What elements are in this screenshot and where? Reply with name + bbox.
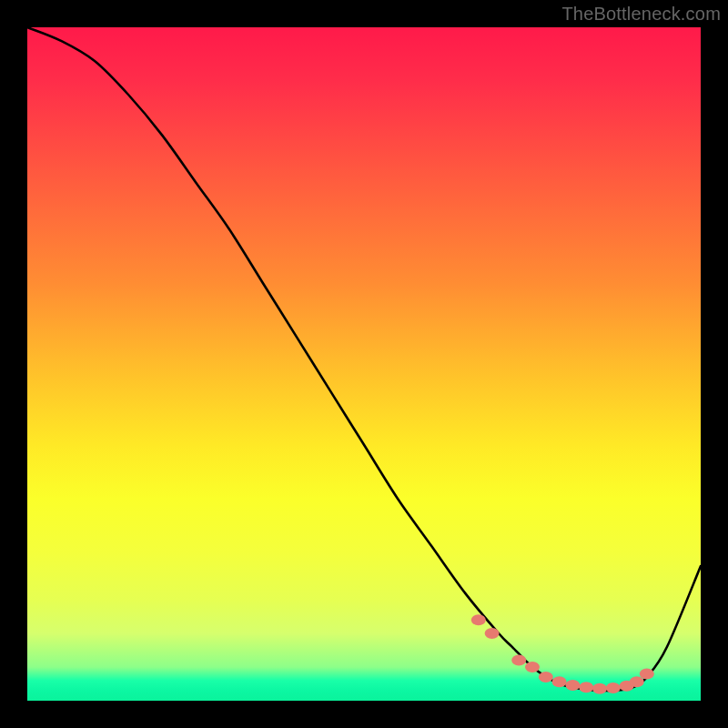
plot-area xyxy=(27,27,701,701)
marker-dot xyxy=(539,672,553,682)
marker-dot xyxy=(606,682,621,693)
watermark-text: TheBottleneck.com xyxy=(561,4,721,25)
marker-dot xyxy=(565,680,580,691)
marker-dot xyxy=(552,676,567,687)
marker-dot xyxy=(485,628,500,639)
bottleneck-curve xyxy=(27,27,701,691)
marker-dot xyxy=(630,676,644,687)
marker-dot xyxy=(471,614,486,625)
marker-dot xyxy=(592,683,607,694)
chart-frame: TheBottleneck.com xyxy=(0,0,728,728)
marker-dot xyxy=(579,682,593,693)
marker-dot xyxy=(640,668,654,679)
marker-dot xyxy=(511,655,526,666)
marker-dots xyxy=(471,614,654,693)
marker-dot xyxy=(525,662,540,672)
curve-layer xyxy=(27,27,701,701)
